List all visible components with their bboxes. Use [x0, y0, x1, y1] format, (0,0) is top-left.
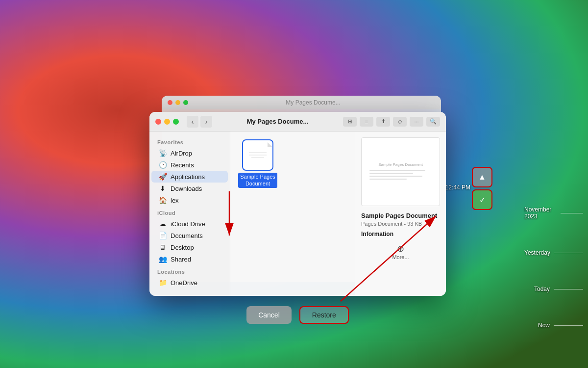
preview-more-label: More... [392, 254, 409, 260]
preview-doc-text: Sample Pages Document [369, 162, 432, 167]
tm-label-now: Now [538, 322, 550, 329]
preview-subtitle: Pages Document - 93 KB [361, 221, 440, 227]
sidebar-locations-label: Locations [149, 265, 230, 277]
file-name-line1: Sample Pages [240, 174, 275, 180]
tm-label-yesterday: Yesterday [524, 249, 550, 256]
downloads-icon: ⬇ [158, 184, 167, 192]
view-grid-button[interactable]: ⊞ [343, 117, 357, 127]
titlebar: ‹ › My Pages Docume... ⊞ ≡ ⬆ ◇ ··· 🔍 [149, 112, 446, 131]
tm-timeline: November 2023 Yesterday Today Now [524, 0, 588, 368]
sidebar-label-icloud-drive: iCloud Drive [171, 220, 205, 228]
desktop-icon: 🖥 [158, 243, 167, 251]
sidebar-item-recents[interactable]: 🕐 Recents [151, 159, 228, 171]
sidebar-item-documents[interactable]: 📄 Documents [151, 230, 228, 241]
more-button[interactable]: ··· [410, 117, 423, 127]
sidebar-label-onedrive: OneDrive [171, 279, 197, 287]
tm-timeline-item-now[interactable]: Now [524, 322, 583, 329]
file-label: Sample Pages Document [238, 173, 277, 188]
home-icon: 🏠 [158, 196, 167, 204]
finder-bg-titlebar: My Pages Docume... [162, 96, 441, 109]
file-name-line2: Document [245, 181, 270, 186]
nav-buttons: ‹ › [187, 116, 212, 128]
preview-more-button[interactable]: ⊕ More... [361, 243, 440, 260]
sidebar-label-documents: Documents [171, 232, 203, 239]
bg-tl-green [183, 100, 188, 105]
sidebar-label-airdrop: AirDrop [171, 150, 192, 157]
sidebar-item-desktop[interactable]: 🖥 Desktop [151, 241, 228, 253]
tm-line [554, 253, 583, 253]
preview-line-1 [369, 170, 425, 171]
preview-info-label: Information [361, 231, 440, 237]
close-button[interactable] [155, 119, 161, 125]
titlebar-controls: ⊞ ≡ ⬆ ◇ ··· 🔍 [343, 117, 440, 127]
preview-line-2 [369, 173, 413, 174]
tm-label-today: Today [534, 286, 550, 292]
search-button[interactable]: 🔍 [426, 117, 440, 127]
view-list-button[interactable]: ≡ [360, 117, 373, 127]
preview-panel: Sample Pages Document Sample Pages Docum… [355, 131, 446, 296]
restore-button[interactable]: Restore [299, 306, 349, 324]
tm-timeline-item-yesterday[interactable]: Yesterday [524, 249, 583, 256]
preview-title: Sample Pages Document [361, 212, 440, 219]
tm-label-november: November 2023 [524, 206, 557, 220]
sidebar-label-applications: Applications [171, 173, 205, 181]
finder-body: Favorites 📡 AirDrop 🕐 Recents 🚀 Applicat… [149, 131, 446, 296]
sidebar-label-shared: Shared [171, 256, 191, 263]
cancel-button[interactable]: Cancel [246, 306, 292, 324]
file-item[interactable]: Sample Pages Document [238, 139, 277, 188]
airdrop-icon: 📡 [158, 149, 167, 157]
tm-down-icon: ✓ [479, 195, 486, 205]
tm-line [561, 213, 583, 213]
tm-nav-down-button[interactable]: ✓ [472, 189, 492, 210]
forward-button[interactable]: › [200, 116, 212, 128]
share-button[interactable]: ⬆ [376, 117, 390, 127]
minimize-button[interactable] [164, 119, 170, 125]
onedrive-icon: 📁 [158, 279, 167, 287]
recents-icon: 🕐 [158, 161, 167, 169]
icloud-drive-icon: ☁ [158, 220, 167, 228]
tm-line [554, 289, 583, 289]
sidebar-icloud-label: iCloud [149, 206, 230, 218]
bg-title: My Pages Docume... [191, 99, 435, 106]
bg-tl-yellow [175, 100, 180, 105]
sidebar-label-desktop: Desktop [171, 244, 194, 251]
preview-lines: Sample Pages Document [369, 162, 432, 182]
finder-window: ‹ › My Pages Docume... ⊞ ≡ ⬆ ◇ ··· 🔍 Fav… [149, 112, 446, 296]
sidebar-item-downloads[interactable]: ⬇ Downloads [151, 183, 228, 194]
sidebar-label-recents: Recents [171, 161, 194, 169]
sidebar-item-applications[interactable]: 🚀 Applications [151, 171, 228, 183]
back-button[interactable]: ‹ [187, 116, 198, 128]
tm-nav-up-button[interactable]: ▲ [472, 167, 492, 187]
sidebar-label-lex: lex [171, 197, 179, 204]
more-icon: ⊕ [397, 243, 404, 254]
sidebar-item-airdrop[interactable]: 📡 AirDrop [151, 147, 228, 159]
bg-tl-red [168, 100, 172, 105]
tm-line [554, 325, 583, 326]
tag-button[interactable]: ◇ [393, 117, 407, 127]
maximize-button[interactable] [173, 119, 179, 125]
main-content: Sample Pages Document Sample Pages Docum… [230, 131, 446, 296]
preview-line-3 [369, 176, 422, 177]
sidebar-favorites-label: Favorites [149, 135, 230, 147]
window-title: My Pages Docume... [216, 118, 339, 125]
preview-line-4 [369, 179, 407, 180]
traffic-lights [155, 119, 179, 125]
tm-timeline-item-today[interactable]: Today [524, 286, 583, 292]
tm-timeline-item-november[interactable]: November 2023 [524, 206, 583, 220]
tm-up-icon: ▲ [478, 173, 486, 182]
preview-document: Sample Pages Document [361, 137, 440, 206]
sidebar-item-lex[interactable]: 🏠 lex [151, 194, 228, 206]
sidebar-item-shared[interactable]: 👥 Shared [151, 253, 228, 265]
sidebar: Favorites 📡 AirDrop 🕐 Recents 🚀 Applicat… [149, 131, 230, 296]
file-area: Sample Pages Document [230, 131, 355, 296]
applications-icon: 🚀 [158, 173, 167, 181]
file-icon [242, 139, 273, 171]
sidebar-label-downloads: Downloads [171, 185, 202, 192]
shared-icon: 👥 [158, 255, 167, 263]
time-machine-panel: November 2023 Yesterday Today Now [490, 0, 588, 368]
bottom-bar: Cancel Restore [149, 306, 446, 324]
sidebar-item-icloud-drive[interactable]: ☁ iCloud Drive [151, 218, 228, 230]
tm-nav-buttons: ▲ ✓ [472, 167, 492, 210]
documents-icon: 📄 [158, 232, 167, 239]
sidebar-item-onedrive[interactable]: 📁 OneDrive [151, 277, 228, 289]
